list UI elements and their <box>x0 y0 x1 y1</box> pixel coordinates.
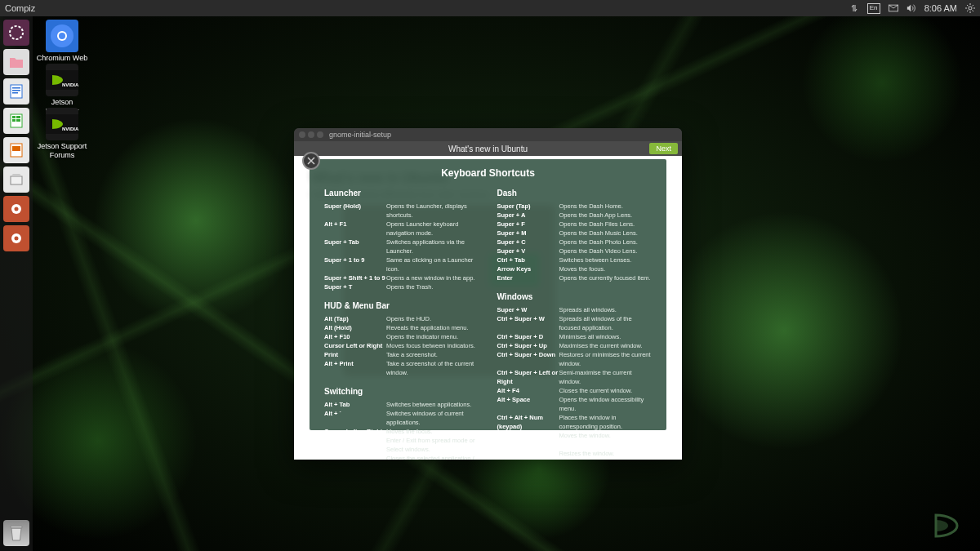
shortcut-desc: Take a screenshot of the current window. <box>386 359 479 377</box>
launcher-trash[interactable] <box>3 520 29 546</box>
svg-rect-18 <box>12 119 16 122</box>
section-heading: Switching <box>324 387 479 396</box>
shortcut-key: Alt + Space <box>497 395 559 413</box>
shortcut-key: Ctrl + Super + W <box>497 314 559 332</box>
shortcut-key: Alt + Left Mouse Drag <box>497 431 559 449</box>
shortcut-key: Super + F <box>497 220 559 229</box>
mail-icon[interactable] <box>889 3 898 13</box>
gear-icon[interactable] <box>965 3 975 13</box>
active-app-title: Compiz <box>5 3 35 13</box>
shortcut-row: Alt + `Switches windows of current appli… <box>324 409 479 427</box>
dialog-header: What's new in Ubuntu Next <box>294 141 682 156</box>
window-max-icon[interactable] <box>317 131 323 138</box>
jetson-dev-icon: NVIDIA <box>46 64 78 96</box>
launcher-impress[interactable] <box>3 137 29 163</box>
svg-line-6 <box>967 5 969 7</box>
shortcut-desc: Opens the Launcher, displays shortcuts. <box>386 202 479 220</box>
shortcut-row: Super + VOpens the Dash Video Lens. <box>497 247 653 256</box>
updown-arrows-icon[interactable] <box>849 3 859 13</box>
svg-rect-22 <box>11 176 22 184</box>
window-close-icon[interactable] <box>299 131 305 138</box>
shortcut-desc: Restores or minimises the current window… <box>559 350 653 368</box>
shortcut-row: Alt + Middle Mouse DragResizes the windo… <box>497 449 653 460</box>
next-button[interactable]: Next <box>649 143 678 154</box>
launcher-settings-2[interactable] <box>3 225 29 251</box>
shortcut-desc: Switches between applications. <box>386 400 479 409</box>
section-heading: HUD & Menu Bar <box>324 301 479 310</box>
keyboard-shortcuts-overlay: Keyboard Shortcuts Launcher Super (Hold)… <box>310 159 666 430</box>
shortcut-row: Super (Tap)Opens the Dash Home. <box>497 202 653 211</box>
shortcut-desc: Opens the indicator menu. <box>386 332 479 341</box>
shortcut-key: Alt + Middle Mouse Drag <box>497 449 559 460</box>
shortcut-desc: Opens the currently focused item. <box>559 273 653 282</box>
overlay-title: Keyboard Shortcuts <box>324 167 652 179</box>
launcher-writer[interactable] <box>3 78 29 104</box>
shortcut-section: Switching Alt + TabSwitches between appl… <box>324 387 479 460</box>
desktop-icon-jetson-forums[interactable]: NVIDIA Jetson Support Forums <box>36 108 88 160</box>
svg-rect-14 <box>12 92 18 94</box>
shortcut-row: Super + WSpreads all windows. <box>497 305 653 314</box>
shortcut-desc: Spreads all windows of the focused appli… <box>559 314 653 332</box>
shortcut-desc: Closes the selected application / window… <box>386 454 479 460</box>
shortcut-row: Ctrl + TabSwitches between Lenses. <box>497 256 653 264</box>
shortcut-key: Super + W <box>497 305 559 314</box>
overlay-close-button[interactable] <box>302 152 320 170</box>
shortcut-row: Ctrl + Super + DMinimises all windows. <box>497 332 653 341</box>
launcher-calc[interactable] <box>3 108 29 134</box>
svg-rect-16 <box>12 116 16 118</box>
svg-text:NVIDIA: NVIDIA <box>62 82 78 87</box>
launcher-settings-1[interactable] <box>3 196 29 222</box>
initial-setup-window: gnome-initial-setup What's new in Ubuntu… <box>294 128 682 460</box>
shortcut-row: Super + COpens the Dash Photo Lens. <box>497 238 653 247</box>
shortcut-desc: Moves focus between indicators. <box>386 341 479 350</box>
keyboard-layout-indicator[interactable]: En <box>867 3 880 14</box>
shortcut-key: Super (Tap) <box>497 202 559 211</box>
shortcut-key: Cursor Left or Right <box>324 427 386 436</box>
shortcut-key: Print <box>324 350 386 359</box>
shortcut-desc: Reveals the application menu. <box>386 323 479 332</box>
svg-point-10 <box>10 26 23 39</box>
shortcut-row: Alt + F4Closes the current window. <box>497 386 653 395</box>
jetson-forums-icon: NVIDIA <box>46 108 78 140</box>
system-tray: En 8:06 AM <box>849 3 975 14</box>
shortcut-row: Super + FOpens the Dash Files Lens. <box>497 220 653 229</box>
launcher-software[interactable] <box>3 167 29 193</box>
shortcut-desc: Opens the Dash Photo Lens. <box>559 238 653 247</box>
svg-rect-12 <box>12 87 20 89</box>
window-min-icon[interactable] <box>308 131 314 138</box>
svg-line-9 <box>973 5 974 7</box>
svg-line-7 <box>973 11 974 12</box>
shortcut-row: Ctrl + Alt + Num (keypad)Places the wind… <box>497 413 653 431</box>
svg-rect-21 <box>12 146 20 151</box>
shortcut-key: Alt + Print <box>324 359 386 377</box>
shortcut-desc: Opens the Dash Music Lens. <box>559 229 653 238</box>
shortcut-row: Alt (Hold)Reveals the application menu. <box>324 323 479 332</box>
shortcut-row: Alt + SpaceOpens the window accessibilit… <box>497 395 653 413</box>
unity-launcher <box>0 16 33 551</box>
launcher-files[interactable] <box>3 49 29 75</box>
volume-icon[interactable] <box>906 3 916 13</box>
launcher-dash[interactable] <box>3 20 29 46</box>
shortcut-row: Cursor Left or RightMoves focus between … <box>324 341 479 350</box>
shortcut-row: Super + TOpens the Trash. <box>324 282 479 291</box>
shortcut-row: Ctrl + Super + WSpreads all windows of t… <box>497 314 653 332</box>
shortcut-row: Ctrl + Super + DownRestores or minimises… <box>497 350 653 368</box>
clock[interactable]: 8:06 AM <box>924 3 957 13</box>
section-heading: Dash <box>497 189 653 198</box>
shortcut-row: EnterOpens the currently focused item. <box>497 273 653 282</box>
dialog-body: What's new in Ubuntu Ubuntu now works di… <box>294 156 682 460</box>
nvidia-logo-icon <box>916 509 969 543</box>
window-titlebar[interactable]: gnome-initial-setup <box>294 128 682 141</box>
svg-rect-19 <box>16 119 20 122</box>
shortcut-row: Alt (Tap)Opens the HUD. <box>324 314 479 323</box>
shortcut-key: Super + Shift + 1 to 9 <box>324 273 386 282</box>
shortcut-key: Cursor Left or Right <box>324 341 386 350</box>
shortcut-desc: Places the window in corresponding posit… <box>559 413 653 431</box>
shortcut-row: Super + AOpens the Dash App Lens. <box>497 211 653 220</box>
shortcut-row: PrintTake a screenshot. <box>324 350 479 359</box>
shortcut-key: Super + Tab <box>324 238 386 256</box>
top-panel: Compiz En 8:06 AM <box>0 0 980 16</box>
shortcut-key: Super + C <box>497 238 559 247</box>
shortcut-row: Alt + Left Mouse DragMoves the window. <box>497 431 653 449</box>
shortcut-row: Super + TabSwitches applications via the… <box>324 238 479 256</box>
